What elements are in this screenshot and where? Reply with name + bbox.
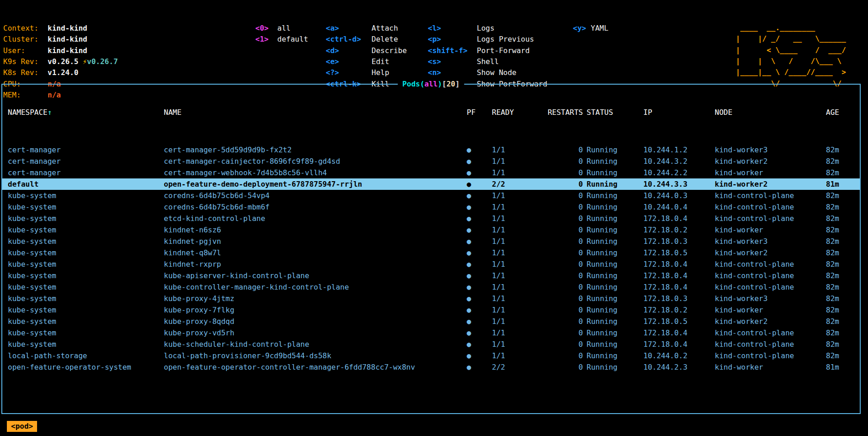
table-row[interactable]: kube-system etcd-kind-control-plane ● 1/… (2, 213, 860, 224)
info-label: K9s Rev: (3, 56, 48, 67)
cell-namespace: kube-system (2, 236, 164, 247)
info-label: User: (3, 45, 48, 56)
cell-status: Running (587, 258, 643, 270)
cell-node: kind-worker2 (715, 156, 826, 167)
cell-age: 82m (826, 247, 860, 258)
table-row[interactable]: kube-system kube-proxy-vd5rh ● 1/1 0 Run… (2, 327, 860, 339)
table-row[interactable]: cert-manager cert-manager-5dd59d9d9b-fx2… (2, 144, 860, 156)
menu-label: Logs Previous (477, 34, 534, 45)
cell-namespace: open-feature-operator-system (2, 361, 164, 373)
cluster-info-line: Cluster: kind-kind (3, 34, 118, 45)
column-header-restarts[interactable]: RESTARTS (544, 107, 587, 118)
cell-ip: 172.18.0.4 (643, 213, 715, 224)
cell-name: kindnet-pgjvn (164, 236, 467, 247)
cell-ip: 10.244.0.3 (643, 190, 715, 201)
cell-name: kindnet-rxprp (164, 258, 467, 270)
cell-node: kind-control-plane (715, 213, 826, 224)
column-header-status[interactable]: STATUS (587, 107, 643, 118)
cell-status: Running (587, 350, 643, 361)
cell-ip: 10.244.1.2 (643, 144, 715, 156)
table-row[interactable]: kube-system kindnet-q8w7l ● 1/1 0 Runnin… (2, 247, 860, 258)
table-row[interactable]: cert-manager cert-manager-webhook-7d4b5b… (2, 167, 860, 178)
info-value: v1.24.0 (48, 67, 78, 78)
namespace-hotkey-menu: <0> all <1> default (255, 0, 308, 56)
column-header-age[interactable]: AGE (826, 107, 860, 118)
menu-label: Port-Forward (477, 45, 530, 56)
table-row[interactable]: default open-feature-demo-deployment-678… (2, 178, 860, 190)
cell-name: local-path-provisioner-9cd9bd544-ds58k (164, 350, 467, 361)
cell-name: kindnet-q8w7l (164, 247, 467, 258)
table-row[interactable]: local-path-storage local-path-provisione… (2, 350, 860, 361)
cell-age: 82m (826, 190, 860, 201)
cell-ready: 1/1 (492, 327, 544, 339)
cell-age: 82m (826, 144, 860, 156)
cell-ip: 172.18.0.3 (643, 236, 715, 247)
logo-line: | | \ / /\___ \ (736, 56, 846, 67)
cell-status: Running (587, 339, 643, 350)
breadcrumb-pod[interactable]: <pod> (7, 421, 37, 432)
cell-age: 82m (826, 304, 860, 316)
column-header-ready[interactable]: READY (492, 107, 544, 118)
cell-restarts: 0 (544, 224, 587, 236)
cell-node: kind-worker3 (715, 236, 826, 247)
cell-namespace: kube-system (2, 213, 164, 224)
menu-key: <0> (255, 23, 277, 34)
cell-namespace: kube-system (2, 270, 164, 281)
cell-namespace: kube-system (2, 293, 164, 304)
cell-name: kube-proxy-4jtmz (164, 293, 467, 304)
port-forward-dot-icon: ● (467, 201, 492, 213)
cell-ip: 172.18.0.4 (643, 281, 715, 293)
cell-age: 82m (826, 316, 860, 327)
cell-restarts: 0 (544, 327, 587, 339)
table-row[interactable]: kube-system kindnet-pgjvn ● 1/1 0 Runnin… (2, 236, 860, 247)
menu-label: Shell (477, 56, 499, 67)
table-row[interactable]: kube-system coredns-6d4b75cb6d-mbm6f ● 1… (2, 201, 860, 213)
menu-key: <p> (428, 34, 477, 45)
cell-status: Running (587, 213, 643, 224)
cell-ready: 1/1 (492, 224, 544, 236)
menu-label: Attach (372, 23, 398, 34)
cell-ip: 172.18.0.2 (643, 304, 715, 316)
column-header-pf[interactable]: PF (467, 107, 492, 118)
table-row[interactable]: kube-system kube-proxy-4jtmz ● 1/1 0 Run… (2, 293, 860, 304)
table-row[interactable]: kube-system kube-proxy-7flkg ● 1/1 0 Run… (2, 304, 860, 316)
cell-ip: 172.18.0.5 (643, 316, 715, 327)
column-header-node[interactable]: NODE (715, 107, 826, 118)
table-row[interactable]: kube-system coredns-6d4b75cb6d-54vp4 ● 1… (2, 190, 860, 201)
cell-ip: 10.244.2.2 (643, 167, 715, 178)
table-row[interactable]: kube-system kube-scheduler-kind-control-… (2, 339, 860, 350)
column-header-ip[interactable]: IP (643, 107, 715, 118)
column-header-name[interactable]: NAME (164, 107, 467, 118)
cell-namespace: kube-system (2, 258, 164, 270)
menu-label: all (277, 23, 291, 34)
cell-name: kindnet-n6sz6 (164, 224, 467, 236)
menu-key: <n> (428, 67, 477, 78)
port-forward-dot-icon: ● (467, 167, 492, 178)
cell-ready: 1/1 (492, 247, 544, 258)
table-row[interactable]: kube-system kube-proxy-8qdqd ● 1/1 0 Run… (2, 316, 860, 327)
cell-ready: 1/1 (492, 281, 544, 293)
cell-status: Running (587, 304, 643, 316)
cell-ready: 1/1 (492, 270, 544, 281)
table-row[interactable]: kube-system kindnet-rxprp ● 1/1 0 Runnin… (2, 258, 860, 270)
cell-namespace: kube-system (2, 304, 164, 316)
column-header-namespace[interactable]: NAMESPACE↑ (2, 107, 164, 118)
table-row[interactable]: cert-manager cert-manager-cainjector-869… (2, 156, 860, 167)
cell-node: kind-control-plane (715, 190, 826, 201)
cell-ready: 1/1 (492, 213, 544, 224)
menu-item: <ctrl-d> Delete (326, 34, 407, 45)
table-row[interactable]: kube-system kindnet-n6sz6 ● 1/1 0 Runnin… (2, 224, 860, 236)
cell-node: kind-worker2 (715, 247, 826, 258)
cell-status: Running (587, 167, 643, 178)
table-row[interactable]: kube-system kube-apiserver-kind-control-… (2, 270, 860, 281)
cell-restarts: 0 (544, 213, 587, 224)
menu-item: <1> default (255, 34, 308, 45)
cell-restarts: 0 (544, 156, 587, 167)
table-row[interactable]: kube-system kube-controller-manager-kind… (2, 281, 860, 293)
cell-restarts: 0 (544, 167, 587, 178)
port-forward-dot-icon: ● (467, 236, 492, 247)
cell-namespace: cert-manager (2, 167, 164, 178)
table-row[interactable]: open-feature-operator-system open-featur… (2, 361, 860, 373)
cell-restarts: 0 (544, 258, 587, 270)
cell-ip: 172.18.0.4 (643, 258, 715, 270)
